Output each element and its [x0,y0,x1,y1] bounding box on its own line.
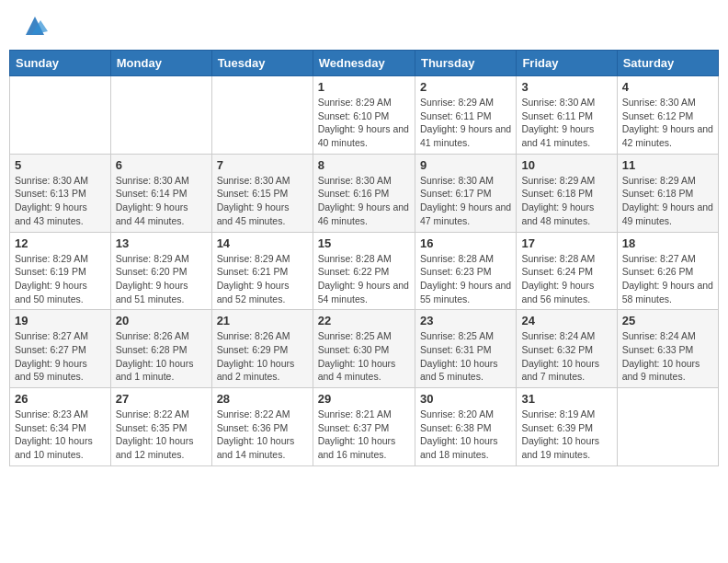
calendar-header-thursday: Thursday [415,51,516,76]
day-number: 15 [318,236,410,250]
day-info: Sunrise: 8:24 AMSunset: 6:33 PMDaylight:… [622,329,713,384]
calendar-day-cell: 17Sunrise: 8:28 AMSunset: 6:24 PMDayligh… [517,232,617,310]
day-number: 2 [420,80,511,94]
day-number: 7 [217,158,308,172]
day-number: 21 [217,314,308,327]
day-number: 4 [622,80,713,94]
calendar-day-cell: 28Sunrise: 8:22 AMSunset: 6:36 PMDayligh… [211,388,313,466]
day-info: Sunrise: 8:22 AMSunset: 6:36 PMDaylight:… [217,408,308,462]
day-info: Sunrise: 8:24 AMSunset: 6:32 PMDaylight:… [521,329,611,384]
calendar-day-cell: 27Sunrise: 8:22 AMSunset: 6:35 PMDayligh… [110,388,211,466]
calendar-day-cell: 21Sunrise: 8:26 AMSunset: 6:29 PMDayligh… [211,310,313,388]
calendar-header-sunday: Sunday [10,51,111,76]
logo [17,13,48,39]
day-number: 11 [622,158,713,172]
calendar-day-cell [211,76,313,155]
calendar-day-cell: 8Sunrise: 8:30 AMSunset: 6:16 PMDaylight… [313,154,415,232]
day-info: Sunrise: 8:29 AMSunset: 6:20 PMDaylight:… [116,252,207,306]
calendar-day-cell: 4Sunrise: 8:30 AMSunset: 6:12 PMDaylight… [617,76,718,155]
day-number: 19 [15,314,106,327]
logo-icon [22,13,48,39]
calendar-header-wednesday: Wednesday [313,51,415,76]
calendar-day-cell: 13Sunrise: 8:29 AMSunset: 6:20 PMDayligh… [110,232,211,310]
day-number: 29 [318,392,410,406]
day-number: 24 [521,314,611,327]
day-info: Sunrise: 8:30 AMSunset: 6:13 PMDaylight:… [15,174,106,228]
calendar-day-cell: 1Sunrise: 8:29 AMSunset: 6:10 PMDaylight… [313,76,415,155]
calendar-header-saturday: Saturday [617,51,718,76]
calendar-week-row: 12Sunrise: 8:29 AMSunset: 6:19 PMDayligh… [10,232,719,310]
calendar-day-cell: 19Sunrise: 8:27 AMSunset: 6:27 PMDayligh… [10,310,111,388]
day-number: 22 [318,314,410,327]
day-info: Sunrise: 8:25 AMSunset: 6:30 PMDaylight:… [318,329,410,384]
calendar-day-cell [10,76,111,155]
calendar-day-cell [617,388,718,466]
calendar-day-cell: 5Sunrise: 8:30 AMSunset: 6:13 PMDaylight… [10,154,111,232]
day-info: Sunrise: 8:28 AMSunset: 6:22 PMDaylight:… [318,252,410,306]
calendar-day-cell: 26Sunrise: 8:23 AMSunset: 6:34 PMDayligh… [10,388,111,466]
day-number: 20 [116,314,207,327]
day-info: Sunrise: 8:29 AMSunset: 6:18 PMDaylight:… [521,174,611,228]
calendar-header-row: SundayMondayTuesdayWednesdayThursdayFrid… [10,51,719,76]
day-info: Sunrise: 8:30 AMSunset: 6:14 PMDaylight:… [116,174,207,228]
day-info: Sunrise: 8:25 AMSunset: 6:31 PMDaylight:… [420,329,511,384]
calendar-week-row: 5Sunrise: 8:30 AMSunset: 6:13 PMDaylight… [10,154,719,232]
day-info: Sunrise: 8:21 AMSunset: 6:37 PMDaylight:… [318,408,410,462]
calendar-header-monday: Monday [110,51,211,76]
calendar-day-cell: 31Sunrise: 8:19 AMSunset: 6:39 PMDayligh… [517,388,617,466]
calendar-day-cell: 14Sunrise: 8:29 AMSunset: 6:21 PMDayligh… [211,232,313,310]
calendar-day-cell: 9Sunrise: 8:30 AMSunset: 6:17 PMDaylight… [415,154,516,232]
day-info: Sunrise: 8:27 AMSunset: 6:26 PMDaylight:… [622,252,713,306]
calendar-day-cell: 3Sunrise: 8:30 AMSunset: 6:11 PMDaylight… [517,76,617,155]
calendar-day-cell: 20Sunrise: 8:26 AMSunset: 6:28 PMDayligh… [110,310,211,388]
day-info: Sunrise: 8:29 AMSunset: 6:11 PMDaylight:… [420,96,511,150]
calendar-table: SundayMondayTuesdayWednesdayThursdayFrid… [9,50,719,466]
day-info: Sunrise: 8:23 AMSunset: 6:34 PMDaylight:… [15,408,106,462]
day-number: 14 [217,236,308,250]
day-number: 16 [420,236,511,250]
day-number: 31 [521,392,611,406]
day-info: Sunrise: 8:30 AMSunset: 6:16 PMDaylight:… [318,174,410,228]
calendar-day-cell: 7Sunrise: 8:30 AMSunset: 6:15 PMDaylight… [211,154,313,232]
calendar-day-cell: 25Sunrise: 8:24 AMSunset: 6:33 PMDayligh… [617,310,718,388]
day-info: Sunrise: 8:28 AMSunset: 6:23 PMDaylight:… [420,252,511,306]
calendar-week-row: 1Sunrise: 8:29 AMSunset: 6:10 PMDaylight… [10,76,719,155]
day-number: 25 [622,314,713,327]
day-info: Sunrise: 8:26 AMSunset: 6:29 PMDaylight:… [217,329,308,384]
calendar-day-cell: 18Sunrise: 8:27 AMSunset: 6:26 PMDayligh… [617,232,718,310]
day-number: 1 [318,80,410,94]
calendar-day-cell: 22Sunrise: 8:25 AMSunset: 6:30 PMDayligh… [313,310,415,388]
day-number: 30 [420,392,511,406]
calendar-day-cell: 30Sunrise: 8:20 AMSunset: 6:38 PMDayligh… [415,388,516,466]
day-number: 27 [116,392,207,406]
calendar-week-row: 19Sunrise: 8:27 AMSunset: 6:27 PMDayligh… [10,310,719,388]
day-number: 10 [521,158,611,172]
day-info: Sunrise: 8:29 AMSunset: 6:18 PMDaylight:… [622,174,713,228]
calendar-day-cell: 15Sunrise: 8:28 AMSunset: 6:22 PMDayligh… [313,232,415,310]
calendar-day-cell: 11Sunrise: 8:29 AMSunset: 6:18 PMDayligh… [617,154,718,232]
calendar-day-cell: 24Sunrise: 8:24 AMSunset: 6:32 PMDayligh… [517,310,617,388]
day-number: 5 [15,158,106,172]
day-number: 6 [116,158,207,172]
day-info: Sunrise: 8:19 AMSunset: 6:39 PMDaylight:… [521,408,611,462]
day-number: 3 [521,80,611,94]
day-info: Sunrise: 8:28 AMSunset: 6:24 PMDaylight:… [521,252,611,306]
day-info: Sunrise: 8:30 AMSunset: 6:12 PMDaylight:… [622,96,713,150]
day-info: Sunrise: 8:29 AMSunset: 6:10 PMDaylight:… [318,96,410,150]
day-number: 13 [116,236,207,250]
day-number: 26 [15,392,106,406]
day-info: Sunrise: 8:22 AMSunset: 6:35 PMDaylight:… [116,408,207,462]
calendar-day-cell: 16Sunrise: 8:28 AMSunset: 6:23 PMDayligh… [415,232,516,310]
day-number: 8 [318,158,410,172]
calendar-day-cell [110,76,211,155]
day-number: 9 [420,158,511,172]
day-number: 18 [622,236,713,250]
calendar-day-cell: 12Sunrise: 8:29 AMSunset: 6:19 PMDayligh… [10,232,111,310]
calendar-day-cell: 6Sunrise: 8:30 AMSunset: 6:14 PMDaylight… [110,154,211,232]
day-info: Sunrise: 8:27 AMSunset: 6:27 PMDaylight:… [15,329,106,384]
calendar-day-cell: 23Sunrise: 8:25 AMSunset: 6:31 PMDayligh… [415,310,516,388]
day-info: Sunrise: 8:30 AMSunset: 6:15 PMDaylight:… [217,174,308,228]
day-info: Sunrise: 8:20 AMSunset: 6:38 PMDaylight:… [420,408,511,462]
day-info: Sunrise: 8:26 AMSunset: 6:28 PMDaylight:… [116,329,207,384]
day-info: Sunrise: 8:29 AMSunset: 6:19 PMDaylight:… [15,252,106,306]
